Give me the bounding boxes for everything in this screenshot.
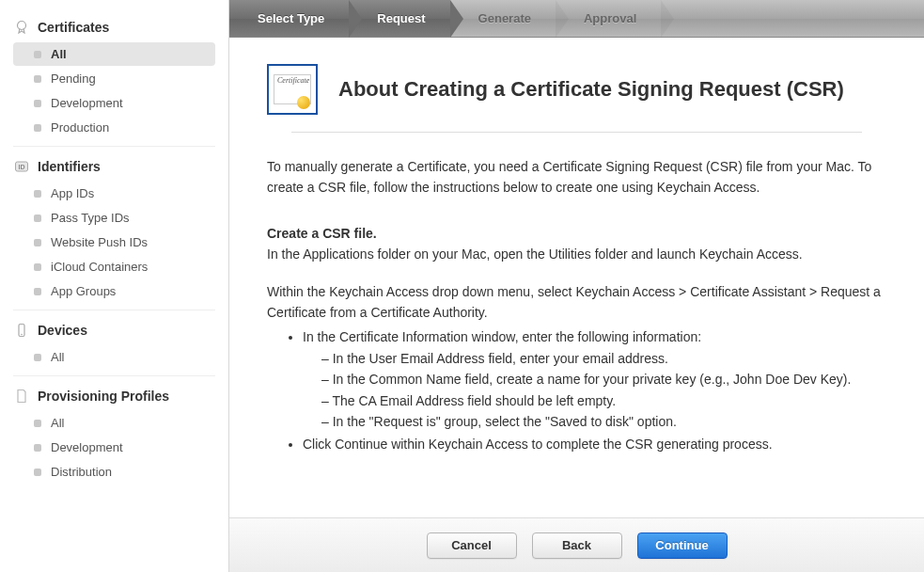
continue-button[interactable]: Continue (637, 532, 728, 559)
sidebar-item-profiles-distribution[interactable]: Distribution (13, 460, 215, 484)
sidebar-item-label: Pass Type IDs (51, 211, 130, 225)
section-header-devices[interactable]: Devices (0, 316, 228, 344)
sidebar-item-label: iCloud Containers (51, 260, 148, 274)
bullet-icon (34, 214, 41, 222)
separator (291, 132, 862, 133)
sidebar-item-icloud-containers[interactable]: iCloud Containers (13, 255, 215, 278)
bullet-icon (34, 190, 41, 198)
seal-icon (297, 96, 310, 109)
sidebar-item-label: Website Push IDs (51, 235, 148, 249)
header-row: Certificate About Creating a Certificate… (267, 64, 886, 115)
section-certificates: Certificates All Pending Development Pro… (0, 13, 228, 147)
wizard-step-approval: Approval (556, 0, 661, 37)
sidebar-item-app-groups[interactable]: App Groups (13, 279, 215, 303)
sidebar-item-label: Development (51, 440, 123, 454)
sidebar-item-pending[interactable]: Pending (13, 67, 215, 90)
sidebar-item-pass-type-ids[interactable]: Pass Type IDs (13, 206, 215, 230)
instruction-list: In the Certificate Information window, e… (267, 326, 886, 454)
sidebar-item-development[interactable]: Development (13, 91, 215, 115)
wizard-step-request[interactable]: Request (349, 0, 449, 37)
wizard-step-generate: Generate (450, 0, 556, 37)
device-icon (13, 322, 30, 339)
sidebar-item-label: App Groups (51, 284, 116, 298)
bullet-icon (34, 239, 41, 246)
list-item: In the Certificate Information window, e… (303, 326, 886, 432)
bullet-icon (34, 288, 41, 295)
sidebar-item-profiles-all[interactable]: All (13, 411, 215, 435)
instruction-2: Within the Keychain Access drop down men… (267, 282, 886, 323)
section-title: Provisioning Profiles (38, 389, 169, 404)
sidebar-item-devices-all[interactable]: All (13, 345, 215, 369)
sidebar: Certificates All Pending Development Pro… (0, 0, 229, 572)
section-header-identifiers[interactable]: ID Identifiers (0, 152, 228, 181)
page-title: About Creating a Certificate Signing Req… (338, 77, 844, 102)
sidebar-item-app-ids[interactable]: App IDs (13, 182, 215, 205)
subhead: Create a CSR file. (267, 226, 886, 241)
sidebar-item-label: Pending (51, 72, 96, 86)
svg-point-4 (21, 334, 23, 336)
main-panel: Select Type Request Generate Approval Ce… (229, 0, 924, 572)
sidebar-item-label: Development (51, 96, 123, 110)
bullet-icon (34, 420, 41, 427)
bullet-icon (34, 75, 41, 83)
sidebar-item-production[interactable]: Production (13, 116, 215, 139)
svg-point-0 (18, 22, 26, 30)
content-area: Certificate About Creating a Certificate… (229, 38, 924, 517)
wizard-step-label: Request (377, 11, 425, 25)
sidebar-item-label: App IDs (51, 186, 94, 200)
sub-item: – In the "Request is" group, select the … (303, 411, 886, 432)
bullet-icon (34, 444, 41, 452)
list-item-text: In the Certificate Information window, e… (303, 329, 701, 344)
id-icon: ID (13, 158, 30, 175)
bullet-icon (34, 100, 41, 107)
back-button[interactable]: Back (532, 532, 622, 559)
sidebar-item-label: Distribution (51, 465, 112, 479)
sub-item: – In the Common Name field, create a nam… (303, 369, 886, 389)
sidebar-item-label: All (51, 350, 64, 364)
wizard-bar: Select Type Request Generate Approval (229, 0, 924, 38)
section-devices: Devices All (0, 316, 228, 376)
instruction-1: In the Applications folder on your Mac, … (267, 245, 886, 265)
sidebar-item-profiles-development[interactable]: Development (13, 436, 215, 459)
svg-text:ID: ID (19, 164, 25, 170)
bullet-icon (34, 124, 41, 132)
intro-text: To manually generate a Certificate, you … (267, 157, 886, 198)
list-item-text: Click Continue within Keychain Access to… (303, 437, 773, 452)
footer: Cancel Back Continue (229, 517, 924, 572)
sidebar-item-label: All (51, 416, 64, 430)
cancel-button[interactable]: Cancel (427, 532, 517, 559)
sub-item: – In the User Email Address field, enter… (303, 348, 886, 369)
sidebar-item-website-push-ids[interactable]: Website Push IDs (13, 230, 215, 254)
bullet-icon (34, 263, 41, 271)
section-identifiers: ID Identifiers App IDs Pass Type IDs Web… (0, 152, 228, 310)
list-item: Click Continue within Keychain Access to… (303, 434, 886, 454)
section-title: Identifiers (38, 159, 101, 174)
sidebar-item-all[interactable]: All (13, 42, 215, 66)
sidebar-item-label: Production (51, 120, 109, 135)
section-header-certificates[interactable]: Certificates (0, 13, 228, 41)
wizard-step-label: Generate (478, 11, 531, 25)
bullet-icon (34, 51, 41, 58)
sidebar-item-label: All (51, 47, 67, 61)
profile-icon (13, 388, 30, 405)
bullet-icon (34, 469, 41, 476)
section-title: Certificates (38, 20, 109, 35)
sub-item: – The CA Email Address field should be l… (303, 390, 886, 411)
wizard-step-select-type[interactable]: Select Type (229, 0, 349, 37)
section-provisioning: Provisioning Profiles All Development Di… (0, 382, 228, 490)
wizard-step-label: Select Type (258, 11, 324, 25)
bullet-icon (34, 354, 41, 361)
badge-icon (13, 19, 30, 36)
section-title: Devices (38, 323, 87, 338)
certificate-icon: Certificate (267, 64, 318, 115)
section-header-provisioning[interactable]: Provisioning Profiles (0, 382, 228, 410)
wizard-step-label: Approval (584, 11, 636, 25)
